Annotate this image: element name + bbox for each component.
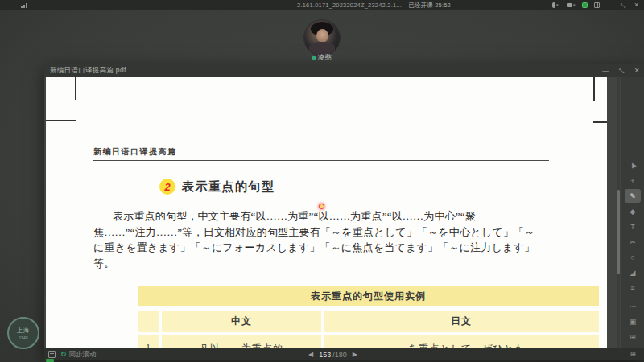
pen-icon: ✎ bbox=[630, 192, 636, 200]
taskbar-peek-icon bbox=[46, 359, 54, 362]
total-pages: /180 bbox=[332, 351, 347, 359]
text-tool-button[interactable]: T bbox=[625, 220, 641, 233]
row-number-cell: 1 bbox=[138, 335, 159, 348]
class-status: 已经开课 25:52 bbox=[408, 2, 451, 9]
paragraph-line: 焦……”“注力……”等，日文相对应的句型主要有「～を重点として」「～を中心として… bbox=[93, 224, 556, 241]
chevron-down-icon[interactable]: ▾ bbox=[573, 2, 576, 9]
fullscreen-button[interactable]: ↖↘ bbox=[620, 2, 626, 9]
mic-active-icon bbox=[312, 56, 316, 60]
camera-icon bbox=[567, 3, 572, 7]
pointer-icon: ▶ bbox=[629, 162, 638, 170]
column-header-japanese: 日文 bbox=[324, 311, 599, 332]
more-icon: ⋯ bbox=[630, 302, 637, 311]
crop-mark bbox=[46, 93, 54, 93]
shapes-tool-button[interactable]: ○ bbox=[625, 250, 641, 264]
table-title: 表示重点的句型使用实例 bbox=[138, 286, 599, 306]
minimize-button[interactable]: — bbox=[602, 67, 609, 74]
scrollbar-thumb[interactable] bbox=[617, 190, 620, 274]
body-paragraph: 表示重点的句型，中文主要有“以……为重”“以……为重点”“以……为中心”“聚 焦… bbox=[93, 208, 556, 271]
paragraph-line: 表示重点的句型，中文主要有“以……为重”“以……为重点”“以……为中心”“聚 bbox=[93, 208, 556, 224]
paragraph-line: に重きを置きます」「～にフォーカスします」「～に焦点を当てます」「～に注力します… bbox=[93, 240, 556, 256]
participant-name: 凌憨 bbox=[318, 53, 332, 63]
expand-icon: ↖↘ bbox=[620, 2, 626, 9]
chevron-down-icon[interactable]: ▾ bbox=[556, 2, 559, 9]
wallpaper-seal-logo: 上海 1949 bbox=[7, 317, 39, 349]
meeting-topbar: 2.161.0171_20232024Z_23242.2.1...已经开课 25… bbox=[0, 0, 644, 10]
section-number: 2 bbox=[164, 181, 170, 193]
mic-icon bbox=[552, 2, 555, 8]
avatar-face bbox=[316, 29, 328, 43]
previous-page-button[interactable]: ◀ bbox=[308, 351, 313, 358]
board-tool-button[interactable]: ▣ bbox=[625, 315, 641, 328]
save-icon: ⊞ bbox=[630, 333, 636, 341]
pdf-page: 新编日语口译提高篇 2 表示重点的句型 表示重点的句型，中文主要有“以……为重”… bbox=[46, 77, 607, 348]
shapes-icon: ○ bbox=[630, 253, 634, 261]
pdf-window-titlebar[interactable]: 新编日语口译提高篇.pdf — ↖↘ × bbox=[44, 64, 644, 77]
highlighter-icon: ◆ bbox=[630, 208, 636, 216]
signal-icon bbox=[21, 2, 29, 8]
classroom-board-button[interactable] bbox=[582, 2, 588, 9]
section-title: 表示重点的句型 bbox=[182, 179, 275, 195]
maximize-button[interactable]: ↖↘ bbox=[618, 68, 625, 74]
sync-icon: ↻ bbox=[60, 351, 67, 358]
camera-button[interactable]: ▾ bbox=[567, 2, 576, 9]
participant-video-avatar[interactable] bbox=[304, 20, 340, 56]
laser-icon: + bbox=[630, 177, 634, 185]
page-navigation: ◀ 153 /180 ▶ bbox=[308, 348, 357, 360]
zoom-fit-button[interactable]: ⊕ bbox=[630, 350, 636, 358]
sync-scroll-label: 同步滚动 bbox=[69, 350, 97, 360]
crop-mark bbox=[75, 77, 76, 100]
pdf-window-title: 新编日语口译提高篇.pdf bbox=[50, 66, 126, 76]
chinese-cell: 凡以……为重点的 bbox=[162, 335, 321, 348]
pointer-tool-button[interactable]: ▶ bbox=[625, 158, 641, 172]
annotation-toolbar: ▶ + ✎ ◆ T ✂ ○ ◢ ≡ ⋯ ▣ ⊞ bbox=[621, 77, 644, 348]
table-corner-cell bbox=[138, 311, 159, 332]
next-page-button[interactable]: ▶ bbox=[353, 351, 357, 358]
table-header-row: 中文 日文 bbox=[138, 311, 599, 332]
highlighter-tool-button[interactable]: ◆ bbox=[625, 204, 641, 218]
pen-tool-button[interactable]: ✎ bbox=[625, 189, 641, 203]
participant-name-tag: 凌憨 bbox=[274, 53, 370, 62]
pdf-statusbar: ↻ 同步滚动 ◀ 153 /180 ▶ ⊕ bbox=[44, 348, 644, 360]
more-tools-button[interactable]: ⋯ bbox=[625, 299, 641, 313]
japanese-cell: ～を重点として、ぜひとも bbox=[324, 335, 599, 348]
board-icon bbox=[582, 2, 588, 8]
eraser-tool-button[interactable]: ◢ bbox=[625, 265, 641, 279]
lesson-info: 2.161.0171_20232024Z_23242.2.1...已经开课 25… bbox=[209, 0, 451, 10]
board-icon: ▣ bbox=[630, 318, 637, 326]
close-meeting-button[interactable]: × bbox=[634, 2, 638, 9]
column-header-chinese: 中文 bbox=[162, 311, 321, 332]
running-head: 新编日语口译提高篇 bbox=[93, 146, 177, 158]
lesson-title: 2.161.0171_20232024Z_23242.2.1... bbox=[297, 2, 402, 9]
vertical-scrollbar[interactable] bbox=[617, 77, 620, 348]
paragraph-line: 等。 bbox=[93, 256, 556, 272]
eraser-icon: ◢ bbox=[630, 269, 636, 277]
laser-tool-button[interactable]: + bbox=[625, 174, 641, 187]
seal-year: 1949 bbox=[19, 335, 27, 340]
crop-mark bbox=[593, 121, 607, 123]
text-icon: T bbox=[630, 223, 635, 231]
running-head-rule bbox=[93, 160, 549, 161]
crop-mark bbox=[600, 93, 607, 93]
table-row: 1 凡以……为重点的 ～を重点として、ぜひとも bbox=[138, 335, 599, 348]
pdf-window: 新编日语口译提高篇.pdf — ↖↘ × 新编日语口译提高篇 2 表示重点的句型… bbox=[44, 64, 644, 360]
save-tool-button[interactable]: ⊞ bbox=[625, 330, 641, 343]
close-window-button[interactable]: × bbox=[634, 66, 639, 75]
layers-tool-button[interactable]: ≡ bbox=[625, 281, 641, 294]
scissors-tool-button[interactable]: ✂ bbox=[625, 235, 641, 249]
laser-pointer-dot bbox=[319, 204, 324, 209]
current-page-number: 153 bbox=[319, 351, 331, 359]
layout-grid-button[interactable] bbox=[594, 2, 600, 9]
mic-button[interactable]: ▾ bbox=[552, 2, 559, 9]
close-icon[interactable]: × bbox=[634, 2, 638, 9]
crop-mark bbox=[46, 120, 76, 121]
seal-text: 上海 bbox=[17, 327, 30, 335]
sync-scroll-toggle[interactable]: ↻ 同步滚动 bbox=[60, 348, 97, 360]
section-number-badge: 2 bbox=[159, 179, 175, 195]
thumbnails-panel-button[interactable] bbox=[48, 351, 56, 358]
grid-icon bbox=[594, 2, 600, 8]
scissors-icon: ✂ bbox=[630, 238, 636, 246]
layers-icon: ≡ bbox=[630, 284, 634, 292]
crop-mark bbox=[593, 77, 595, 101]
